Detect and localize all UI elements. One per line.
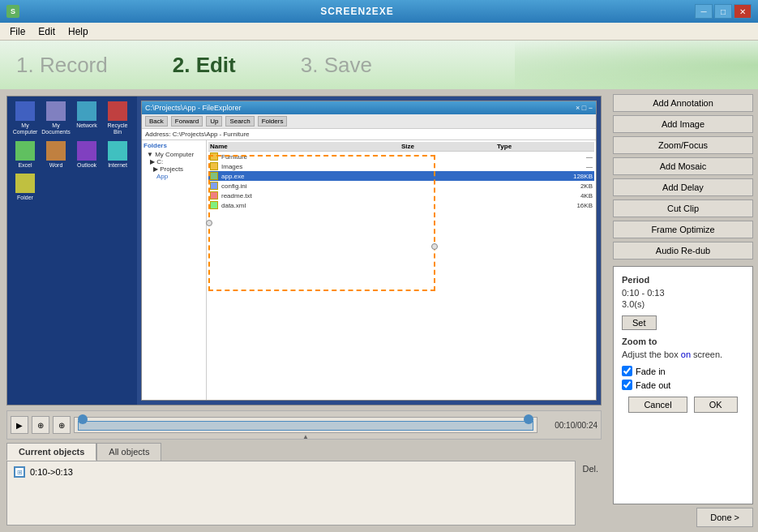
menu-help[interactable]: Help xyxy=(62,24,95,39)
timeline-arrow: ▲ xyxy=(302,433,309,440)
tabs: Current objects All objects xyxy=(6,443,602,461)
file-row-3: app.exe128KB xyxy=(208,171,594,181)
fade-out-checkbox[interactable] xyxy=(622,380,632,390)
zoom-popup-panel: Period 0:10 - 0:13 3.0(s) Set Zoom to Ad… xyxy=(613,266,753,504)
step-save: 3. Save xyxy=(301,53,372,78)
timeline-marker-right[interactable] xyxy=(524,414,533,424)
time-display: 00:10/00:24 xyxy=(541,421,597,430)
desktop-icon-3: Network xyxy=(72,100,101,138)
popup-buttons: Cancel OK xyxy=(622,397,744,413)
titlebar: S SCREEN2EXE ─ □ ✕ xyxy=(0,0,758,23)
explorer-titlebar: C:\Projects\App - FileExplorer × □ − xyxy=(142,101,596,114)
tab-current-objects[interactable]: Current objects xyxy=(6,443,96,461)
desktop-icon-5: Excel xyxy=(11,139,40,170)
steps-bar: 1. Record 2. Edit 3. Save xyxy=(0,41,758,89)
tab-all-objects[interactable]: All objects xyxy=(96,443,161,461)
period-label: Period xyxy=(622,275,744,285)
set-button[interactable]: Set xyxy=(622,315,657,330)
objects-panel: ⊞ 0:10->0:13 xyxy=(6,461,576,526)
done-button[interactable]: Done > xyxy=(696,508,753,527)
zoom-to-label: Zoom to xyxy=(622,337,744,346)
desktop-icon-7: Outlook xyxy=(72,139,101,170)
explorer-window: C:\Projects\App - FileExplorer × □ − Bac… xyxy=(141,101,597,401)
file-row-5: readme.txt4KB xyxy=(208,191,594,200)
explorer-toolbar: BackForwardUpSearchFolders xyxy=(142,114,596,129)
zoom-focus-button[interactable]: Zoom/Focus xyxy=(613,136,753,154)
explorer-files: NameSizeType Furniture— Images— app.exe1… xyxy=(207,140,596,400)
file-row-4: config.ini2KB xyxy=(208,181,594,191)
desktop-icon-1: My Computer xyxy=(11,100,40,138)
fade-out-label: Fade out xyxy=(636,380,670,390)
add-image-button[interactable]: Add Image xyxy=(613,115,753,133)
marker-out-button[interactable]: ⊕ xyxy=(53,416,71,434)
marker-in-button[interactable]: ⊕ xyxy=(32,416,49,434)
cut-clip-button[interactable]: Cut Clip xyxy=(613,200,753,217)
desktop-icon-6: Word xyxy=(41,139,71,170)
ok-button[interactable]: OK xyxy=(694,397,738,413)
timeline-segment xyxy=(78,421,533,431)
frame-optimize-button[interactable]: Frame Optimize xyxy=(613,221,753,238)
add-annotation-button[interactable]: Add Annotation xyxy=(613,94,753,112)
cancel-button[interactable]: Cancel xyxy=(628,397,687,413)
main-area: My Computer My Documents Network Recycle… xyxy=(0,89,758,532)
fade-out-row: Fade out xyxy=(622,380,744,390)
right-panel: Add Annotation Add Image Zoom/Focus Add … xyxy=(608,89,758,532)
step-record: 1. Record xyxy=(16,53,108,78)
object-zoom-icon: ⊞ xyxy=(14,466,25,478)
step-edit: 2. Edit xyxy=(173,53,236,78)
explorer-address: Address: C:\Projects\App - Furniture xyxy=(142,129,596,140)
menu-edit[interactable]: Edit xyxy=(32,24,62,39)
center-panel: My Computer My Documents Network Recycle… xyxy=(0,89,608,532)
app-title: SCREEN2EXE xyxy=(19,6,695,17)
menubar: File Edit Help xyxy=(0,23,758,41)
file-row-1: Furniture— xyxy=(208,152,594,161)
file-row-6: data.xml16KB xyxy=(208,200,594,210)
fade-in-label: Fade in xyxy=(636,367,666,376)
add-mosaic-button[interactable]: Add Mosaic xyxy=(613,157,753,175)
app-icon: S xyxy=(6,5,19,18)
period-duration: 3.0(s) xyxy=(622,299,744,309)
desktop-icon-2: My Documents xyxy=(41,100,71,138)
menu-file[interactable]: File xyxy=(3,24,32,39)
period-value: 0:10 - 0:13 xyxy=(622,288,744,298)
maximize-button[interactable]: □ xyxy=(714,4,732,19)
explorer-content: Folders ▼ My Computer ▶ C: ▶ Projects Ap… xyxy=(142,140,596,400)
del-label: Del. xyxy=(579,461,602,526)
desktop-background: My Computer My Documents Network Recycle… xyxy=(7,97,137,405)
timeline-track[interactable]: ▲ xyxy=(74,417,537,433)
explorer-tree: Folders ▼ My Computer ▶ C: ▶ Projects Ap… xyxy=(142,140,207,400)
desktop-icon-8: Internet xyxy=(103,139,132,170)
video-preview: My Computer My Documents Network Recycle… xyxy=(6,96,602,405)
desktop-icon-4: Recycle Bin xyxy=(103,100,132,138)
close-button[interactable]: ✕ xyxy=(734,4,752,19)
timeline-marker-left[interactable] xyxy=(78,414,88,424)
zoom-description: Adjust the box on screen. xyxy=(622,350,744,359)
add-delay-button[interactable]: Add Delay xyxy=(613,178,753,196)
desktop-icon-9: Folder xyxy=(11,172,40,203)
fade-in-checkbox[interactable] xyxy=(622,366,632,376)
minimize-button[interactable]: ─ xyxy=(695,4,713,19)
bottom-row: ⊞ 0:10->0:13 Del. xyxy=(6,461,602,526)
object-item-1[interactable]: ⊞ 0:10->0:13 xyxy=(11,465,572,479)
fade-in-row: Fade in xyxy=(622,366,744,376)
timeline: ▶ ⊕ ⊕ ▲ 00:10/00:24 xyxy=(6,410,602,440)
file-row-2: Images— xyxy=(208,161,594,171)
play-button[interactable]: ▶ xyxy=(11,416,28,434)
window-controls: ─ □ ✕ xyxy=(695,4,752,19)
audio-redub-button[interactable]: Audio Re-dub xyxy=(613,242,753,260)
objects-container: ⊞ 0:10->0:13 xyxy=(6,461,576,526)
objects-list: ⊞ 0:10->0:13 xyxy=(7,461,575,525)
